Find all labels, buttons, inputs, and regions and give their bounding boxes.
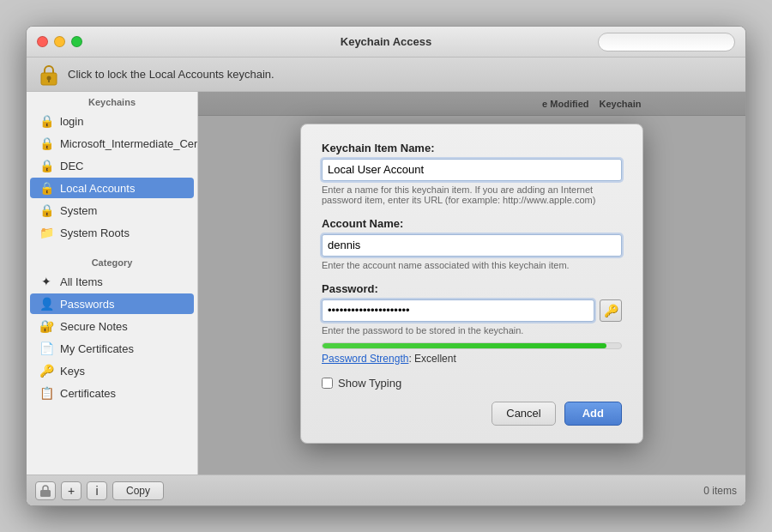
strength-link[interactable]: Password Strength [322,353,408,365]
sidebar-item-label: Passwords [60,298,115,311]
traffic-lights [37,36,82,47]
search-area: 🔍 [598,33,735,51]
secure-notes-icon: 🔐 [39,319,54,333]
name-hint: Enter a name for this keychain item. If … [322,184,622,205]
add-item-button[interactable]: + [61,481,81,500]
sidebar: Keychains 🔒 login 🔒 Microsoft_Intermedia… [27,92,198,475]
passwords-icon: 👤 [39,297,54,311]
show-typing-checkbox[interactable] [322,378,333,389]
sidebar-item-my-certs[interactable]: 📄 My Certificates [30,338,194,359]
password-label: Password: [322,282,622,295]
name-label: Keychain Item Name: [322,142,622,154]
sidebar-item-keys[interactable]: 🔑 Keys [30,360,194,381]
sidebar-item-login[interactable]: 🔒 login [30,111,194,131]
sidebar-item-secure-notes[interactable]: 🔐 Secure Notes [30,316,194,336]
lock-icon[interactable] [37,63,61,87]
main-content: Keychains 🔒 login 🔒 Microsoft_Intermedia… [27,92,745,475]
modal-overlay: Keychain Item Name: Enter a name for thi… [198,92,745,475]
lock-icon: 🔒 [39,159,54,172]
content-area: e Modified Keychain Keychain Item Name: … [198,92,745,475]
sidebar-item-label: DEC [60,160,83,172]
strength-quality: Excellent [414,353,456,365]
lock-bottom-icon[interactable] [35,481,56,500]
keychains-header: Keychains [27,92,197,110]
minimize-button[interactable] [54,36,65,47]
cert-icon: 📄 [39,342,54,355]
maximize-button[interactable] [71,36,82,47]
account-field-group: Account Name: Enter the account name ass… [322,217,622,270]
sidebar-item-label: Local Accounts [60,182,135,195]
name-field-group: Keychain Item Name: Enter a name for thi… [322,142,622,205]
sidebar-item-label: My Certificates [60,342,134,355]
password-input[interactable] [322,299,594,322]
sidebar-item-system[interactable]: 🔒 System [30,200,194,221]
sidebar-item-label: All Items [60,275,103,288]
account-label: Account Name: [322,217,622,230]
modal-buttons: Cancel Add [322,402,622,426]
lock-icon: 🔒 [39,203,54,217]
close-button[interactable] [37,36,48,47]
sidebar-item-label: Secure Notes [60,320,128,333]
certificates-icon: 📋 [39,386,54,400]
lock-icon: 🔒 [39,181,54,195]
lock-wrapper: Click to lock the Local Accounts keychai… [37,63,274,87]
sidebar-item-microsoft[interactable]: 🔒 Microsoft_Intermediate_Certif [30,133,194,154]
category-header: Category [27,252,197,270]
main-window: Keychain Access 🔍 Click to lock the Loca… [26,26,746,506]
sidebar-item-label: Keys [60,365,85,378]
add-button[interactable]: Add [564,402,622,426]
strength-bar-bg [322,342,622,349]
keys-icon: 🔑 [39,364,54,378]
lock-icon: 🔒 [39,114,54,128]
copy-button[interactable]: Copy [112,481,164,500]
password-hint: Enter the password to be stored in the k… [322,325,622,336]
status-label: 0 items [703,485,737,497]
modal-dialog: Keychain Item Name: Enter a name for thi… [300,124,643,444]
lock-icon: 🔒 [39,136,54,150]
toolbar: Click to lock the Local Accounts keychai… [27,57,745,92]
sidebar-item-dec[interactable]: 🔒 DEC [30,155,194,176]
sidebar-item-label: login [60,115,83,128]
key-button[interactable]: 🔑 [600,299,622,322]
cancel-button[interactable]: Cancel [492,402,555,426]
show-typing-row: Show Typing [322,377,622,390]
strength-label: Password Strength: Excellent [322,353,622,365]
toolbar-label: Click to lock the Local Accounts keychai… [68,68,274,81]
sidebar-item-label: Microsoft_Intermediate_Certif [60,137,198,150]
account-hint: Enter the account name associated with t… [322,260,622,270]
search-input[interactable] [598,33,735,51]
password-field-group: Password: 🔑 Enter the password to be sto… [322,282,622,365]
all-items-icon: ✦ [39,275,54,288]
sidebar-item-local-accounts[interactable]: 🔒 Local Accounts [30,178,194,198]
title-bar: Keychain Access 🔍 [27,27,745,57]
password-row: 🔑 [322,299,622,322]
strength-bar-fill [323,343,606,348]
name-input[interactable] [322,159,622,181]
info-button[interactable]: i [87,481,107,500]
account-input[interactable] [322,234,622,257]
folder-icon: 📁 [39,226,54,239]
sidebar-item-label: System [60,204,97,217]
sidebar-item-system-roots[interactable]: 📁 System Roots [30,222,194,243]
show-typing-label: Show Typing [338,377,401,390]
svg-rect-2 [48,79,50,82]
sidebar-item-label: Certificates [60,387,116,400]
sidebar-item-certificates[interactable]: 📋 Certificates [30,383,194,403]
sidebar-item-label: System Roots [60,227,130,239]
bottom-bar: + i Copy 0 items [27,475,745,505]
search-wrapper: 🔍 [598,33,735,51]
window-title: Keychain Access [341,35,431,48]
sidebar-item-all-items[interactable]: ✦ All Items [30,271,194,292]
sidebar-item-passwords[interactable]: 👤 Passwords [30,293,194,314]
lock-small-icon [39,484,52,498]
svg-rect-3 [40,490,51,497]
